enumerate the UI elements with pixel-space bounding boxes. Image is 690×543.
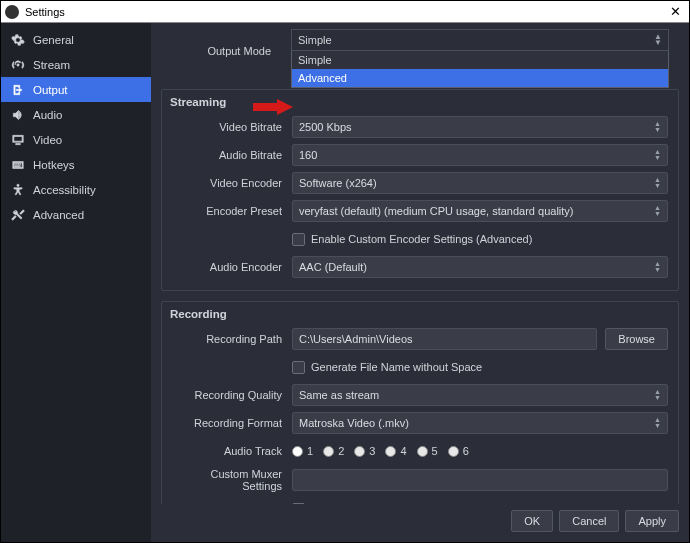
enable-custom-encoder-label: Enable Custom Encoder Settings (Advanced… xyxy=(311,233,532,245)
video-bitrate-value: 2500 Kbps xyxy=(299,121,352,133)
video-encoder-value: Software (x264) xyxy=(299,177,377,189)
recording-format-label: Recording Format xyxy=(172,417,292,429)
chevron-updown-icon: ▲▼ xyxy=(654,149,661,161)
recording-format-select[interactable]: Matroska Video (.mkv) ▲▼ xyxy=(292,412,668,434)
gen-filename-no-space-label: Generate File Name without Space xyxy=(311,361,482,373)
video-bitrate-input[interactable]: 2500 Kbps ▲▼ xyxy=(292,116,668,138)
recording-title: Recording xyxy=(170,308,668,320)
sidebar-item-audio[interactable]: Audio xyxy=(1,102,151,127)
window-body: General Stream Output Audio Video Hotkey… xyxy=(1,23,689,542)
close-icon[interactable]: ✕ xyxy=(665,4,685,19)
chevron-updown-icon: ▲▼ xyxy=(654,177,661,189)
window-title: Settings xyxy=(25,6,665,18)
recording-quality-label: Recording Quality xyxy=(172,389,292,401)
audio-track-6-radio[interactable] xyxy=(448,446,459,457)
encoder-preset-select[interactable]: veryfast (default) (medium CPU usage, st… xyxy=(292,200,668,222)
tools-icon xyxy=(11,208,25,222)
sidebar-item-label: Audio xyxy=(33,109,62,121)
encoder-preset-label: Encoder Preset xyxy=(172,205,292,217)
audio-encoder-select[interactable]: AAC (Default) ▲▼ xyxy=(292,256,668,278)
recording-path-label: Recording Path xyxy=(172,333,292,345)
enable-replay-buffer-label: Enable Replay Buffer xyxy=(311,503,415,504)
output-mode-row: Output Mode Simple ▲▼ Simple Advanced xyxy=(161,29,679,73)
recording-quality-value: Same as stream xyxy=(299,389,379,401)
output-icon xyxy=(11,83,25,97)
titlebar: Settings ✕ xyxy=(1,1,689,23)
sidebar-item-label: Advanced xyxy=(33,209,84,221)
chevron-updown-icon: ▲▼ xyxy=(654,34,662,46)
streaming-title: Streaming xyxy=(170,96,668,108)
gear-icon xyxy=(11,33,25,47)
recording-path-input[interactable]: C:\Users\Admin\Videos xyxy=(292,328,597,350)
enable-replay-buffer-checkbox[interactable] xyxy=(292,503,305,505)
spinner-buttons[interactable]: ▲▼ xyxy=(654,121,661,133)
sidebar-item-stream[interactable]: Stream xyxy=(1,52,151,77)
audio-track-3-radio[interactable] xyxy=(354,446,365,457)
audio-encoder-label: Audio Encoder xyxy=(172,261,292,273)
audio-track-4-radio[interactable] xyxy=(385,446,396,457)
content-area: Output Mode Simple ▲▼ Simple Advanced xyxy=(151,23,689,504)
sidebar-item-hotkeys[interactable]: Hotkeys xyxy=(1,152,151,177)
sidebar-item-label: Hotkeys xyxy=(33,159,75,171)
audio-track-1-radio[interactable] xyxy=(292,446,303,457)
chevron-updown-icon: ▲▼ xyxy=(654,389,661,401)
output-mode-label: Output Mode xyxy=(161,45,281,57)
audio-encoder-value: AAC (Default) xyxy=(299,261,367,273)
recording-group: Recording Recording Path C:\Users\Admin\… xyxy=(161,301,679,504)
recording-quality-select[interactable]: Same as stream ▲▼ xyxy=(292,384,668,406)
cancel-button[interactable]: Cancel xyxy=(559,510,619,532)
sidebar: General Stream Output Audio Video Hotkey… xyxy=(1,23,151,542)
output-mode-options: Simple Advanced xyxy=(291,51,669,88)
sidebar-item-label: General xyxy=(33,34,74,46)
chevron-updown-icon: ▲▼ xyxy=(654,261,661,273)
app-icon xyxy=(5,5,19,19)
footer-buttons: OK Cancel Apply xyxy=(151,504,689,542)
browse-button[interactable]: Browse xyxy=(605,328,668,350)
audio-track-label: Audio Track xyxy=(172,445,292,457)
sidebar-item-label: Video xyxy=(33,134,62,146)
sidebar-item-label: Output xyxy=(33,84,68,96)
output-mode-select[interactable]: Simple ▲▼ Simple Advanced xyxy=(291,29,669,88)
output-mode-selected[interactable]: Simple ▲▼ xyxy=(291,29,669,51)
video-encoder-label: Video Encoder xyxy=(172,177,292,189)
custom-muxer-label: Custom Muxer Settings xyxy=(172,468,292,492)
speaker-icon xyxy=(11,108,25,122)
audio-track-group: 1 2 3 4 5 6 xyxy=(292,445,469,457)
video-encoder-select[interactable]: Software (x264) ▲▼ xyxy=(292,172,668,194)
gen-filename-no-space-checkbox[interactable] xyxy=(292,361,305,374)
broadcast-icon xyxy=(11,58,25,72)
chevron-updown-icon: ▲▼ xyxy=(654,417,661,429)
settings-window: Settings ✕ General Stream Output Audio xyxy=(0,0,690,543)
video-bitrate-label: Video Bitrate xyxy=(172,121,292,133)
apply-button[interactable]: Apply xyxy=(625,510,679,532)
main-panel: Output Mode Simple ▲▼ Simple Advanced xyxy=(151,23,689,542)
streaming-group: Streaming Video Bitrate 2500 Kbps ▲▼ Aud… xyxy=(161,89,679,291)
sidebar-item-general[interactable]: General xyxy=(1,27,151,52)
sidebar-item-label: Accessibility xyxy=(33,184,96,196)
output-mode-option-advanced[interactable]: Advanced xyxy=(292,69,668,87)
audio-track-5-radio[interactable] xyxy=(417,446,428,457)
output-mode-selected-text: Simple xyxy=(298,34,332,46)
audio-bitrate-value: 160 xyxy=(299,149,317,161)
audio-track-2-radio[interactable] xyxy=(323,446,334,457)
sidebar-item-advanced[interactable]: Advanced xyxy=(1,202,151,227)
custom-muxer-input[interactable] xyxy=(292,469,668,491)
monitor-icon xyxy=(11,133,25,147)
chevron-updown-icon: ▲▼ xyxy=(654,205,661,217)
sidebar-item-video[interactable]: Video xyxy=(1,127,151,152)
sidebar-item-output[interactable]: Output xyxy=(1,77,151,102)
encoder-preset-value: veryfast (default) (medium CPU usage, st… xyxy=(299,205,574,217)
sidebar-item-label: Stream xyxy=(33,59,70,71)
sidebar-item-accessibility[interactable]: Accessibility xyxy=(1,177,151,202)
audio-bitrate-label: Audio Bitrate xyxy=(172,149,292,161)
audio-bitrate-select[interactable]: 160 ▲▼ xyxy=(292,144,668,166)
recording-format-value: Matroska Video (.mkv) xyxy=(299,417,409,429)
enable-custom-encoder-checkbox[interactable] xyxy=(292,233,305,246)
output-mode-option-simple[interactable]: Simple xyxy=(292,51,668,69)
accessibility-icon xyxy=(11,183,25,197)
keyboard-icon xyxy=(11,158,25,172)
ok-button[interactable]: OK xyxy=(511,510,553,532)
recording-path-value: C:\Users\Admin\Videos xyxy=(299,333,413,345)
